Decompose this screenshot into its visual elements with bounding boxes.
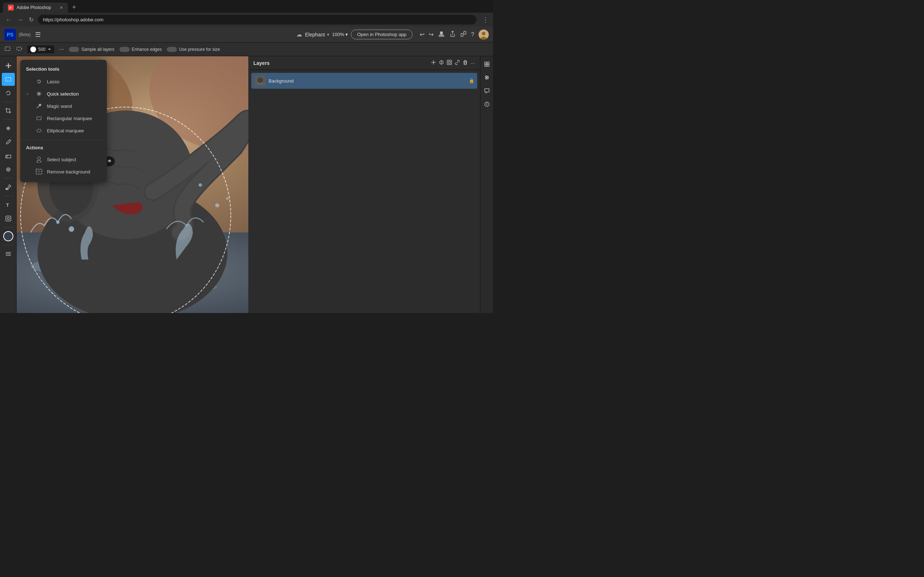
- doc-name-chevron[interactable]: ▾: [327, 32, 329, 37]
- adjustment-layer-button[interactable]: [439, 60, 444, 66]
- address-bar: ← → ↻ ⋮: [0, 13, 493, 27]
- quick-selection-item[interactable]: ✓ Quick selection: [20, 88, 107, 100]
- pressure-size-toggle[interactable]: Use pressure for size: [167, 47, 220, 52]
- help-button[interactable]: ?: [471, 31, 474, 38]
- browser-tab[interactable]: P Adobe Photoshop ×: [3, 3, 68, 13]
- svg-point-17: [6, 188, 7, 190]
- enhance-edges-switch[interactable]: [120, 47, 129, 52]
- layer-item-background[interactable]: Background 🔒: [251, 73, 477, 89]
- rect-marquee-item[interactable]: Rectangular marquee: [20, 112, 107, 124]
- comments-button[interactable]: [483, 86, 491, 97]
- arrange-tool-button[interactable]: [2, 247, 15, 260]
- clone-tool-button[interactable]: [2, 163, 15, 176]
- user-avatar[interactable]: [478, 29, 489, 40]
- tool-separator-6: [3, 245, 13, 245]
- svg-line-45: [37, 105, 40, 108]
- move-tool-button[interactable]: [2, 59, 15, 72]
- layer-lock-icon: 🔒: [469, 78, 474, 83]
- libraries-button[interactable]: [483, 59, 491, 70]
- svg-rect-7: [5, 47, 10, 50]
- app-container: PS (Beta) ☰ ☁ Elephant ▾ 100% ▾ Open in …: [0, 27, 493, 313]
- svg-point-16: [8, 169, 9, 170]
- svg-point-8: [16, 47, 22, 50]
- select-subject-item[interactable]: Select subject: [20, 153, 107, 166]
- sample-all-layers-toggle[interactable]: Sample all layers: [69, 47, 114, 52]
- svg-rect-2: [461, 34, 463, 36]
- brush-preview-circle: [30, 47, 36, 52]
- sample-all-layers-switch[interactable]: [69, 47, 79, 52]
- svg-rect-19: [6, 216, 11, 221]
- lasso-tool-item[interactable]: Lasso: [20, 76, 107, 88]
- browser-menu-button[interactable]: ⋮: [482, 16, 489, 24]
- brush-size-display[interactable]: 500: [27, 45, 54, 53]
- svg-point-20: [7, 218, 10, 220]
- tool-icon-rect: [4, 45, 11, 53]
- crop-tool-button[interactable]: [2, 104, 15, 117]
- smart-select-button[interactable]: [2, 212, 15, 225]
- text-tool-button[interactable]: T: [2, 198, 15, 211]
- tab-close-btn[interactable]: ×: [60, 5, 63, 10]
- actions-title: Actions: [20, 143, 107, 153]
- lasso-tool-button[interactable]: [2, 87, 15, 100]
- svg-rect-3: [464, 31, 466, 34]
- lasso-label: Lasso: [47, 79, 60, 84]
- add-layer-button[interactable]: [431, 60, 436, 66]
- delete-layer-button[interactable]: [463, 60, 468, 66]
- svg-rect-62: [487, 62, 489, 64]
- ellipse-marquee-icon: [36, 127, 43, 134]
- svg-point-58: [448, 61, 451, 63]
- select-subject-label: Select subject: [47, 157, 76, 162]
- info-button[interactable]: [483, 99, 491, 110]
- brush-circle-preview: [3, 231, 13, 241]
- svg-text:T: T: [6, 202, 9, 208]
- zoom-chevron[interactable]: ▾: [346, 32, 348, 37]
- back-button[interactable]: ←: [4, 15, 13, 24]
- open-in-app-button[interactable]: Open in Photoshop app: [351, 29, 412, 39]
- tab-favicon: P: [8, 5, 14, 10]
- ellipse-marquee-item[interactable]: Elliptical marquee: [20, 124, 107, 137]
- url-input[interactable]: [38, 15, 477, 24]
- new-tab-button[interactable]: +: [69, 2, 79, 13]
- selection-tools-title: Selection tools: [20, 64, 107, 76]
- document-name: Elephant ▾: [305, 32, 329, 37]
- undo-button[interactable]: ↩: [420, 31, 425, 38]
- remove-bg-item[interactable]: Remove background: [20, 166, 107, 178]
- pressure-size-label: Use pressure for size: [179, 47, 220, 52]
- forward-button[interactable]: →: [16, 15, 24, 24]
- svg-rect-64: [487, 64, 489, 66]
- left-toolbar: T: [0, 56, 16, 313]
- ellipse-marquee-label: Elliptical marquee: [47, 128, 84, 134]
- tool-separator-4: [3, 196, 13, 196]
- remove-bg-icon: [36, 168, 43, 175]
- user-account-button[interactable]: [438, 30, 445, 39]
- selection-tool-button[interactable]: [2, 73, 15, 86]
- plugin-button[interactable]: [460, 31, 467, 39]
- svg-point-73: [486, 103, 487, 103]
- hamburger-menu-button[interactable]: ☰: [34, 29, 42, 40]
- layer-name: Background: [268, 78, 466, 84]
- layer-mask-button[interactable]: [447, 60, 452, 66]
- eyedropper-tool-button[interactable]: [2, 181, 15, 193]
- quick-sel-check: ✓: [26, 92, 31, 96]
- ps-logo: PS: [4, 29, 16, 40]
- redo-button[interactable]: ↪: [429, 31, 433, 38]
- sample-all-layers-label: Sample all layers: [81, 47, 114, 52]
- link-layers-button[interactable]: [455, 60, 460, 66]
- adjustments-button[interactable]: [483, 73, 491, 84]
- magic-wand-item[interactable]: Magic wand: [20, 100, 107, 112]
- refresh-button[interactable]: ↻: [27, 15, 35, 24]
- canvas-area[interactable]: Selection tools Lasso ✓ Quick selection: [16, 56, 248, 313]
- more-options-button[interactable]: ···: [59, 46, 64, 53]
- cloud-icon: ☁: [296, 31, 302, 38]
- layers-header: Layers: [248, 56, 480, 70]
- healing-tool-button[interactable]: [2, 122, 15, 135]
- svg-rect-9: [6, 77, 11, 81]
- svg-point-36: [109, 160, 110, 161]
- share-button[interactable]: [449, 31, 456, 39]
- layer-more-button[interactable]: ···: [471, 60, 475, 66]
- enhance-edges-toggle[interactable]: Enhance edges: [120, 47, 162, 52]
- svg-point-15: [6, 168, 10, 171]
- eraser-tool-button[interactable]: [2, 149, 15, 162]
- brush-tool-button[interactable]: [2, 135, 15, 148]
- pressure-size-switch[interactable]: [167, 47, 177, 52]
